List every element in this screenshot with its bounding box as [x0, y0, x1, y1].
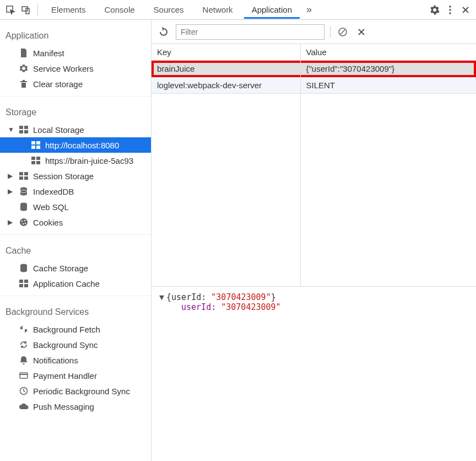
object-open: {userId: — [166, 292, 211, 302]
sidebar-item-clear-storage[interactable]: Clear storage — [0, 76, 151, 92]
svg-rect-14 — [36, 146, 40, 149]
label: IndexedDB — [33, 187, 74, 196]
divider — [0, 234, 151, 235]
more-tabs-icon[interactable]: » — [303, 4, 315, 16]
chevron-down-icon[interactable]: ▼ — [159, 292, 164, 302]
sidebar-item-local-storage[interactable]: ▼Local Storage — [0, 122, 151, 137]
kebab-icon[interactable] — [444, 4, 456, 16]
clock-icon — [19, 386, 29, 396]
label: Manifest — [33, 49, 64, 58]
sidebar-item-indexeddb[interactable]: ▶IndexedDB — [0, 184, 151, 199]
table-row[interactable]: loglevel:webpack-dev-server SILENT — [152, 77, 476, 94]
label: Service Workers — [33, 64, 94, 73]
label: Application Cache — [33, 279, 100, 288]
sync-icon — [19, 340, 29, 350]
database-icon — [19, 263, 29, 273]
sidebar-item-service-workers[interactable]: Service Workers — [0, 61, 151, 76]
gear-icon[interactable] — [429, 4, 441, 16]
sidebar-item-manifest[interactable]: Manifest — [0, 45, 151, 61]
filter-input[interactable] — [176, 24, 324, 40]
database-icon — [19, 186, 29, 196]
sidebar-item-periodic[interactable]: Periodic Background Sync — [0, 383, 151, 399]
sidebar-item-ls-brainjuice[interactable]: https://brain-juice-5ac93 — [0, 153, 151, 168]
svg-rect-7 — [19, 126, 23, 129]
device-toggle-icon[interactable] — [20, 4, 32, 16]
card-icon — [19, 371, 29, 380]
cell-key[interactable]: brainJuice — [152, 61, 300, 77]
fetch-icon — [19, 324, 29, 334]
table-row[interactable]: brainJuice {"userId":"3070423009"} — [152, 61, 476, 77]
svg-rect-1 — [22, 7, 28, 11]
header-value[interactable]: Value — [300, 44, 476, 61]
column-divider[interactable] — [300, 44, 301, 286]
label: Session Storage — [33, 171, 94, 181]
cell-value[interactable]: SILENT — [300, 77, 476, 94]
sidebar-item-app-cache[interactable]: Application Cache — [0, 276, 151, 291]
svg-rect-22 — [24, 176, 28, 180]
svg-rect-17 — [31, 161, 35, 164]
chevron-right-icon: ▶ — [8, 172, 13, 180]
main-area: Application Manifest Service Workers Cle… — [0, 20, 476, 461]
detail-pane: ▼{userId: "3070423009"} userId: "3070423… — [152, 287, 476, 461]
label: Notifications — [33, 356, 78, 365]
storage-icon — [19, 171, 29, 181]
tab-application[interactable]: Application — [244, 1, 300, 19]
sidebar-item-cookies[interactable]: ▶Cookies — [0, 215, 151, 230]
header-key[interactable]: Key — [152, 44, 300, 61]
sidebar-item-cache-storage[interactable]: Cache Storage — [0, 260, 151, 276]
sidebar-item-push[interactable]: Push Messaging — [0, 399, 151, 414]
svg-point-6 — [23, 67, 25, 69]
database-icon — [19, 202, 29, 212]
storage-icon — [19, 278, 29, 288]
storage-toolbar — [152, 20, 476, 44]
sidebar-item-bg-sync[interactable]: Background Sync — [0, 337, 151, 352]
sidebar-item-ls-localhost[interactable]: http://localhost:8080 — [0, 137, 151, 153]
sidebar-item-session-storage[interactable]: ▶Session Storage — [0, 168, 151, 184]
svg-point-26 — [20, 218, 28, 226]
tab-console[interactable]: Console — [97, 1, 143, 19]
sidebar-item-websql[interactable]: Web SQL — [0, 199, 151, 215]
refresh-icon[interactable] — [157, 25, 170, 39]
separator — [37, 4, 38, 15]
label: Background Fetch — [33, 325, 100, 334]
sidebar-item-payment[interactable]: Payment Handler — [0, 368, 151, 383]
chevron-down-icon: ▼ — [8, 126, 13, 133]
inspect-icon[interactable] — [4, 4, 17, 16]
trash-icon — [19, 79, 29, 89]
cell-value[interactable]: {"userId":"3070423009"} — [300, 61, 476, 77]
tab-elements[interactable]: Elements — [44, 1, 94, 19]
svg-rect-8 — [24, 126, 28, 129]
svg-point-28 — [24, 220, 25, 221]
svg-rect-34 — [19, 284, 23, 287]
sidebar-item-notifications[interactable]: Notifications — [0, 352, 151, 368]
tab-sources[interactable]: Sources — [146, 1, 192, 19]
svg-rect-19 — [19, 172, 23, 175]
svg-rect-15 — [31, 157, 35, 160]
svg-rect-33 — [24, 280, 28, 283]
close-icon[interactable] — [459, 4, 472, 16]
sidebar-item-bg-fetch[interactable]: Background Fetch — [0, 321, 151, 337]
cloud-icon — [19, 401, 29, 411]
detail-line-1[interactable]: ▼{userId: "3070423009"} — [159, 292, 468, 302]
chevron-right-icon: ▶ — [8, 187, 13, 195]
file-icon — [19, 48, 29, 58]
svg-rect-12 — [36, 141, 40, 144]
tab-network[interactable]: Network — [195, 1, 241, 19]
storage-icon — [31, 140, 41, 150]
storage-icon — [19, 125, 29, 135]
section-application: Application — [0, 24, 151, 45]
clear-all-icon[interactable] — [336, 25, 349, 39]
detail-line-2[interactable]: userId: "3070423009" — [159, 302, 468, 312]
svg-rect-10 — [24, 130, 28, 133]
section-storage: Storage — [0, 101, 151, 122]
separator — [330, 26, 331, 38]
cell-key[interactable]: loglevel:webpack-dev-server — [152, 77, 300, 94]
section-bg: Background Services — [0, 301, 151, 321]
delete-icon[interactable] — [355, 25, 368, 39]
table-header-row: Key Value — [152, 44, 476, 61]
bell-icon — [19, 355, 29, 365]
svg-rect-11 — [31, 141, 35, 144]
chevron-right-icon: ▶ — [8, 218, 13, 226]
section-cache: Cache — [0, 239, 151, 260]
svg-rect-21 — [19, 176, 23, 180]
